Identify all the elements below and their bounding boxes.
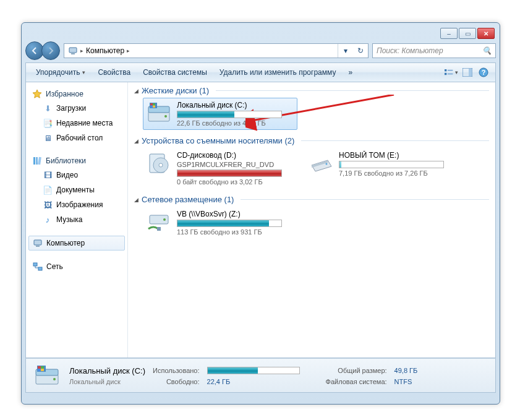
status-sub: Локальный диск [69,378,145,385]
sidebar-item-computer[interactable]: Компьютер [28,236,125,251]
svg-rect-12 [38,157,41,165]
drive-icon [146,101,172,126]
svg-text:?: ? [482,69,486,76]
item-label: Рабочий стол [56,134,103,142]
addr-dropdown-button[interactable]: ▾ [338,44,353,58]
uninstall-button[interactable]: Удалить или изменить программу [213,66,343,79]
section-removable: ◢Устройства со съемными носителями (2) C… [134,136,489,189]
sidebar-item[interactable]: 🎞Видео [28,168,125,182]
svg-rect-40 [41,369,44,371]
system-properties-button[interactable]: Свойства системы [137,66,213,79]
arrow-left-icon [30,46,39,55]
capacity-bar [339,161,444,168]
drive-icon [308,151,334,176]
address-bar[interactable]: ▸ Компьютер ▸ ▾ ↻ [64,43,369,58]
sidebar-network-label: Сеть [46,262,63,271]
drive-sub: GSP1RMCULXFRER_RU_DVD [177,161,294,168]
crumb-sep: ▸ [80,48,83,54]
drive-item[interactable]: Локальный диск (C:) 22,6 ГБ свободно из … [143,98,297,130]
svg-rect-5 [448,74,453,75]
search-input[interactable]: Поиск: Компьютер 🔍 [372,43,496,58]
toolbar-overflow-button[interactable]: » [342,66,359,79]
section-header[interactable]: ◢Сетевое размещение (1) [134,195,489,204]
library-icon [32,156,42,166]
drive-info: Локальный диск (C:) 22,6 ГБ свободно из … [177,101,294,127]
search-placeholder: Поиск: Компьютер [377,46,443,55]
organize-button[interactable]: Упорядочить ▾ [30,66,92,79]
svg-rect-3 [448,70,453,71]
preview-pane-button[interactable] [461,66,474,79]
sidebar-lib-header[interactable]: Библиотеки [28,154,125,168]
network-icon [33,262,43,272]
drive-item[interactable]: VB (\\VBoxSvr) (Z:) 113 ГБ свободно из 9… [143,207,297,239]
drive-list: Локальный диск (C:) 22,6 ГБ свободно из … [134,98,489,130]
section-header[interactable]: ◢Устройства со съемными носителями (2) [134,136,489,145]
address-row: ▸ Компьютер ▸ ▾ ↻ Поиск: Компьютер 🔍 [25,40,496,61]
collapse-icon: ◢ [134,197,139,203]
svg-rect-4 [445,73,446,75]
status-free-key: Свободно: [153,378,200,385]
section-header[interactable]: ◢Жесткие диски (1) [134,86,489,95]
capacity-bar [177,220,282,227]
addr-tools: ▾ ↻ [338,44,368,58]
item-label: Документы [56,186,95,194]
sidebar-fav-header[interactable]: Избранное [28,87,125,101]
drive-icon [146,210,172,234]
sidebar-item[interactable]: 🖥Рабочий стол [28,131,125,145]
item-label: Видео [56,171,78,179]
svg-rect-0 [69,48,77,53]
main-pane: ◢Жесткие диски (1) Локальный диск (C:) 2… [128,82,495,358]
sidebar-item[interactable]: ♪Музыка [28,212,125,227]
svg-rect-22 [150,103,153,106]
status-fs-key: Файловая система: [326,378,387,385]
drive-item[interactable]: CD-дисковод (D:) GSP1RMCULXFRER_RU_DVD 0… [143,148,297,189]
status-fs-val: NTFS [394,378,418,385]
view-button[interactable]: ▾ [445,66,458,79]
drive-item[interactable]: НОВЫЙ ТОМ (E:) 7,19 ГБ свободно из 7,26 … [305,148,459,189]
status-drive-icon [32,362,62,389]
sidebar-lib-label: Библиотеки [46,156,86,165]
star-icon [32,89,42,99]
sidebar-libraries: Библиотеки 🎞Видео📄Документы🖼Изображения♪… [28,154,125,227]
status-used-key: Использовано: [153,367,200,374]
maximize-button[interactable]: ▭ [459,28,476,39]
svg-rect-2 [445,69,446,71]
svg-rect-38 [41,366,44,369]
explorer-window: – ▭ ✕ ▸ Компьютер ▸ ▾ ↻ [21,22,500,405]
sidebar-fav-label: Избранное [46,90,83,98]
titlebar: – ▭ ✕ [25,27,496,40]
svg-point-28 [159,163,163,167]
sidebar-item-network[interactable]: Сеть [28,259,125,274]
breadcrumb-root[interactable]: ▸ Компьютер ▸ [64,44,134,58]
close-button[interactable]: ✕ [477,28,495,39]
item-icon: 📄 [43,185,53,195]
drive-name: VB (\\VBoxSvr) (Z:) [177,210,294,218]
sidebar-favorites: Избранное ⬇Загрузки📑Недавние места🖥Рабоч… [28,87,125,145]
item-label: Музыка [56,215,82,224]
help-button[interactable]: ? [477,66,490,79]
svg-rect-13 [34,240,41,245]
collapse-icon: ◢ [134,138,139,144]
item-icon: 📑 [43,118,53,128]
svg-rect-16 [38,267,42,270]
svg-rect-37 [38,366,41,369]
sidebar-item[interactable]: 📄Документы [28,182,125,197]
svg-rect-25 [153,106,155,108]
drive-list: CD-дисковод (D:) GSP1RMCULXFRER_RU_DVD 0… [134,148,489,189]
status-total-key: Общий размер: [326,367,387,374]
minimize-button[interactable]: – [440,28,458,39]
properties-button[interactable]: Свойства [92,66,137,79]
refresh-button[interactable]: ↻ [353,44,368,58]
svg-rect-15 [33,263,37,266]
sidebar-item[interactable]: 🖼Изображения [28,197,125,212]
sidebar-computer-group: Компьютер [28,236,125,251]
item-icon: 🎞 [43,170,53,180]
forward-button[interactable] [41,41,60,60]
sidebar-item[interactable]: 📑Недавние места [28,116,125,131]
computer-icon [33,238,43,248]
sidebar-item[interactable]: ⬇Загрузки [28,101,125,116]
crumb-label: Компьютер [86,46,124,55]
item-label: Изображения [56,200,103,209]
svg-point-20 [164,115,167,118]
drive-name: CD-дисковод (D:) [177,151,294,160]
